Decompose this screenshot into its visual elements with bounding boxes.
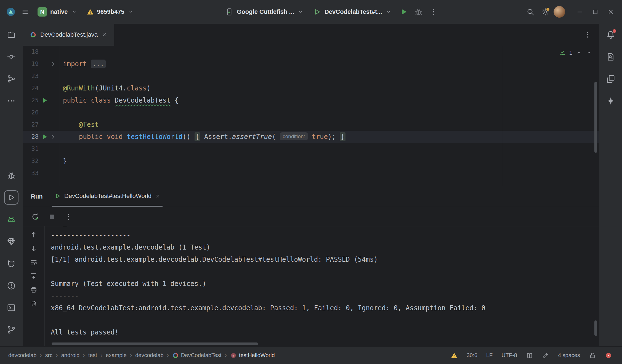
window-controls: [573, 6, 617, 18]
breadcrumb-item[interactable]: devcodelab: [135, 352, 163, 358]
titlebar-left: N native 9659b475: [6, 5, 138, 19]
settings-button[interactable]: [539, 5, 552, 18]
tab-title: DevCodelabTest.java: [40, 31, 98, 38]
android-icon[interactable]: [4, 212, 18, 227]
method-icon: m: [230, 352, 237, 359]
status-bar: devcodelab›src›android›test›example›devc…: [0, 346, 622, 364]
pull-requests-icon[interactable]: [4, 72, 18, 86]
version-control-icon[interactable]: [4, 323, 18, 337]
code-text: [60, 167, 63, 179]
editor-scrollbar[interactable]: [594, 82, 597, 153]
maximize-button[interactable]: [589, 6, 602, 18]
project-badge: N: [38, 7, 47, 17]
run-panel-title: Run: [31, 193, 43, 200]
code-line: 31: [23, 143, 599, 155]
layers-icon[interactable]: [604, 72, 618, 86]
commit-icon[interactable]: [4, 50, 18, 64]
right-tool-rail: [599, 24, 622, 346]
gutter-icons: [39, 70, 60, 82]
rerun-icon[interactable]: [31, 212, 40, 221]
more-actions-button[interactable]: [427, 5, 440, 18]
print-icon[interactable]: [30, 286, 38, 294]
close-button[interactable]: [604, 6, 617, 18]
scroll-to-end-icon[interactable]: [30, 272, 38, 280]
stop-icon[interactable]: [47, 212, 56, 221]
fold-arrow-icon[interactable]: [49, 60, 57, 68]
status-widgets: 30:6LFUTF-84 spaces: [451, 352, 612, 359]
pen-icon[interactable]: [542, 352, 549, 359]
next-highlight-button[interactable]: [586, 49, 592, 56]
indent-style[interactable]: 4 spaces: [558, 352, 580, 358]
test-console-output[interactable]: x86_64 DevCodelabTest:------------------…: [45, 226, 599, 346]
run-line-icon[interactable]: [41, 133, 49, 141]
run-button[interactable]: [397, 5, 410, 18]
run-tab-label: DevCodelabTest#testHelloWorld: [64, 192, 151, 200]
book-icon[interactable]: [526, 352, 533, 359]
run-tab-close-icon[interactable]: [155, 193, 160, 199]
device-selector[interactable]: Google Cuttlefish ...: [221, 6, 307, 18]
arrow-down-icon[interactable]: [30, 245, 38, 252]
logcat-cat-icon[interactable]: [4, 256, 18, 271]
run-tab[interactable]: DevCodelabTest#testHelloWorld: [52, 186, 163, 207]
more-vertical-icon[interactable]: [64, 212, 73, 221]
debug-icon[interactable]: [4, 168, 18, 183]
minimize-button[interactable]: [573, 6, 586, 18]
gutter-slot: [41, 145, 49, 153]
fold-arrow-icon[interactable]: [49, 133, 57, 141]
more-horizontal-icon[interactable]: [4, 94, 18, 108]
clear-icon[interactable]: [30, 300, 38, 307]
breadcrumb-label: DevCodelabTest: [181, 352, 222, 358]
gutter: 25: [23, 94, 60, 106]
breadcrumb-item[interactable]: example: [106, 352, 127, 358]
console-scrollbar-vertical[interactable]: [594, 320, 597, 336]
breadcrumb-item[interactable]: mtestHelloWorld: [230, 352, 275, 359]
left-tool-rail: [0, 24, 23, 346]
breadcrumb-item[interactable]: devcodelab: [8, 352, 36, 358]
console-line: x86_64 DevCodelabTest:android.test.examp…: [51, 302, 599, 314]
main-menu-button[interactable]: [19, 5, 32, 18]
gutter-slot: [49, 48, 57, 56]
breadcrumb-item[interactable]: android: [61, 352, 80, 358]
project-selector[interactable]: N native: [34, 5, 81, 19]
code-text: }: [60, 155, 67, 167]
gutter-slot: [41, 109, 49, 116]
soft-wrap-icon[interactable]: [30, 258, 38, 266]
search-everywhere-button[interactable]: [524, 5, 537, 18]
gutter-slot: [41, 84, 49, 92]
debug-button[interactable]: [412, 5, 425, 18]
notifications-bell-icon[interactable]: [604, 28, 618, 42]
prev-highlight-button[interactable]: [576, 49, 582, 56]
line-separator[interactable]: LF: [486, 352, 493, 358]
breadcrumb-item[interactable]: DevCodelabTest: [172, 352, 222, 359]
arrow-up-icon[interactable]: [30, 231, 38, 239]
tab-options-icon[interactable]: [583, 31, 592, 39]
console-scrollbar-horizontal[interactable]: [52, 342, 258, 345]
warning-icon[interactable]: [451, 352, 458, 359]
project-folder-icon[interactable]: [4, 28, 18, 42]
error-indicator-icon[interactable]: [605, 352, 612, 359]
cursor-position[interactable]: 30:6: [467, 352, 477, 358]
breadcrumb-item[interactable]: src: [45, 352, 53, 358]
gem-icon[interactable]: [4, 234, 18, 249]
code-editor[interactable]: 1819import ...2324@RunWith(JUnit4.class)…: [23, 46, 599, 186]
gemini-sparkle-icon[interactable]: [604, 94, 618, 108]
run-tool-icon[interactable]: [4, 190, 18, 205]
console-line: [51, 314, 599, 326]
inspections-widget[interactable]: 1: [559, 49, 592, 56]
run-configuration-selector[interactable]: DevCodelabTest#t...: [309, 6, 395, 18]
breadcrumb-item[interactable]: test: [88, 352, 97, 358]
breadcrumb-separator: ›: [100, 352, 102, 359]
console-line: -------: [51, 290, 599, 302]
gutter-slot: [41, 48, 49, 56]
user-avatar[interactable]: [554, 6, 565, 18]
unlock-icon[interactable]: [589, 352, 596, 359]
tab-close-icon[interactable]: [102, 32, 107, 38]
editor-tab[interactable]: DevCodelabTest.java: [23, 24, 114, 46]
terminal-icon[interactable]: [4, 301, 18, 315]
problems-icon[interactable]: [4, 279, 18, 293]
file-encoding[interactable]: UTF-8: [501, 352, 517, 358]
vcs-branch-selector[interactable]: 9659b475: [83, 6, 138, 18]
run-line-icon[interactable]: [41, 97, 49, 104]
hamburger-icon: [21, 8, 30, 16]
document-search-icon[interactable]: [604, 50, 618, 64]
